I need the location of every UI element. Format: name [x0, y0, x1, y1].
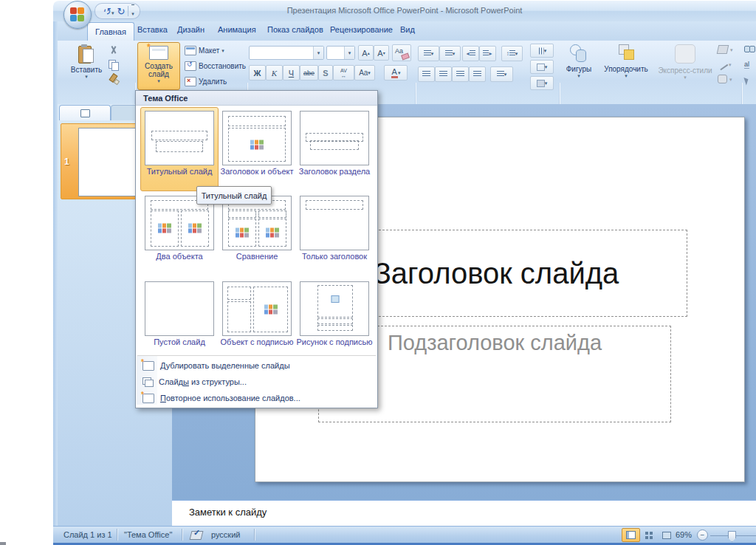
shapes-button[interactable]: Фигуры ▾ [561, 42, 597, 89]
language-indicator[interactable]: русский [211, 530, 240, 539]
office-button[interactable] [63, 1, 92, 29]
theme-name[interactable]: "Тема Office" [124, 530, 172, 539]
cut-button[interactable] [108, 45, 120, 55]
layout-option-two-content[interactable]: Два объекта [141, 193, 218, 275]
strikethrough-button[interactable]: abe [300, 65, 318, 80]
layout-thumbnail [300, 281, 369, 336]
bold-button[interactable]: Ж [249, 65, 266, 80]
character-spacing-button[interactable]: AV↔ [333, 65, 354, 80]
change-case-button[interactable]: Aa▾ [354, 65, 375, 80]
slideshow-icon [662, 532, 671, 539]
font-color-button[interactable]: А ▾ [384, 65, 408, 80]
tab-pokaz-slajdov[interactable]: Показ слайдов [267, 25, 323, 34]
tab-animaciya[interactable]: Анимация [218, 25, 256, 34]
shapes-icon [570, 44, 588, 62]
eraser-icon [401, 53, 410, 61]
notes-pane[interactable]: Заметки к слайду [172, 500, 756, 527]
font-size-combo[interactable]: ▾ [326, 46, 355, 60]
replace-button[interactable]: al [744, 61, 749, 69]
layout-option-title-only[interactable]: Только заголовок [296, 193, 373, 275]
layout-option-section-header[interactable]: Заголовок раздела [296, 108, 373, 191]
slideshow-view-button[interactable] [657, 528, 676, 542]
text-shadow-button[interactable]: S [318, 65, 333, 80]
menu-item-slides-from-outline[interactable]: Слайды из структуры... [137, 374, 377, 389]
paste-button[interactable]: Вставить ▾ [69, 43, 103, 92]
decrease-indent-icon [470, 50, 475, 57]
tab-glavnaya[interactable]: Главная [87, 22, 134, 41]
columns-button[interactable]: ▾ [490, 66, 513, 82]
justify-button[interactable] [469, 66, 486, 82]
find-button[interactable] [744, 44, 755, 53]
shape-effects-icon [718, 75, 727, 83]
select-button[interactable] [743, 76, 749, 85]
menu-item-reuse-slides[interactable]: * Повторное использование слайдов... [137, 391, 377, 405]
line-spacing-button[interactable]: ↕▾ [501, 46, 523, 61]
notes-placeholder-text: Заметки к слайду [189, 507, 267, 518]
slide-sorter-view-button[interactable] [639, 528, 658, 542]
slides-tab[interactable] [59, 105, 111, 120]
layout-option-content-with-caption[interactable]: Объект с подписью [219, 278, 295, 361]
format-painter-button[interactable] [108, 73, 120, 83]
menu-item-duplicate-slides[interactable]: * Дублировать выделенные слайды [137, 358, 377, 373]
slide-number: 1 [64, 157, 69, 167]
layout-option-picture-with-caption[interactable]: Рисунок с подписью [296, 278, 373, 361]
picture-icon [331, 295, 340, 303]
convert-smartart-button[interactable]: ▾ [530, 76, 554, 90]
content-placeholder-icon [158, 224, 171, 233]
bullets-button[interactable]: ▾ [418, 46, 439, 61]
layout-option-title-slide[interactable]: Титульный слайд [140, 107, 219, 191]
shape-effects-button[interactable]: ▾ [718, 75, 732, 83]
slide-thumbnail-selected[interactable]: 1 [61, 123, 137, 199]
title-placeholder-text: Заголовок слайда [374, 257, 619, 290]
customize-qat-button[interactable]: ▾ [131, 4, 134, 18]
increase-indent-button[interactable]: ▸ [479, 46, 496, 61]
align-left-button[interactable] [418, 66, 435, 82]
tab-vstavka[interactable]: Вставка [137, 25, 168, 34]
redo-button[interactable]: ↻ [117, 4, 125, 18]
reset-icon: ↺ [185, 61, 196, 71]
layout-option-comparison[interactable]: Сравнение [219, 193, 295, 275]
copy-button[interactable] [108, 59, 120, 69]
spellcheck-button[interactable]: ✓ [190, 529, 202, 539]
new-slide-button[interactable]: * Создать слайд ▾ [137, 42, 180, 90]
undo-button[interactable]: ↺▾ [103, 4, 114, 18]
shape-fill-button[interactable]: ▾ [718, 45, 733, 54]
layout-thumbnail [145, 281, 214, 336]
underline-button[interactable]: Ч [283, 65, 300, 80]
text-direction-button[interactable]: ▾ [530, 44, 554, 58]
delete-slide-button[interactable]: × Удалить [185, 77, 227, 86]
decrease-indent-button[interactable]: ◂ [462, 46, 479, 61]
qat-separator [128, 6, 128, 16]
tab-vid[interactable]: Вид [400, 25, 415, 34]
zoom-slider-thumb[interactable] [728, 531, 736, 542]
layout-thumbnail [300, 196, 369, 250]
quick-styles-button[interactable]: Экспресс-стили ▾ [656, 42, 715, 89]
layout-option-blank[interactable]: Пустой слайд [141, 278, 218, 361]
font-name-combo[interactable]: ▾ [249, 46, 324, 60]
clear-formatting-button[interactable]: Aa [392, 44, 411, 61]
layout-option-title-and-content[interactable]: Заголовок и объект [219, 108, 295, 191]
grow-font-button[interactable]: А▴ [358, 45, 374, 61]
content-placeholder-icon [236, 227, 249, 237]
tooltip-text: Титульный слайд [202, 191, 267, 200]
chevron-down-icon: ▾ [344, 47, 354, 59]
reset-slide-button[interactable]: ↺ Восстановить [185, 61, 246, 71]
zoom-out-button[interactable]: − [697, 529, 708, 541]
layout-thumbnail [145, 111, 214, 165]
zoom-level[interactable]: 69% [676, 530, 692, 539]
numbering-button[interactable]: ▾ [439, 46, 461, 61]
layout-button[interactable]: Макет ▾ [185, 46, 224, 55]
shape-outline-button[interactable]: ▾ [718, 60, 732, 69]
tab-dizajn[interactable]: Дизайн [177, 25, 205, 34]
drawing-group: Фигуры ▾ Упорядочить ▾ Экспресс-стили ▾ … [560, 41, 741, 103]
align-center-button[interactable] [435, 66, 452, 82]
align-right-button[interactable] [452, 66, 469, 82]
align-text-button[interactable]: ▾ [530, 60, 554, 74]
shrink-font-button[interactable]: А▾ [374, 45, 389, 61]
normal-view-button[interactable] [622, 528, 640, 542]
italic-button[interactable]: К [266, 65, 283, 80]
arrange-button[interactable]: Упорядочить ▾ [599, 42, 653, 89]
tab-recenzirovanie[interactable]: Рецензирование [330, 25, 393, 34]
chevron-down-icon: ▾ [111, 10, 114, 16]
new-slide-menu: Тема Office Титульный слайд Заголовок и … [135, 90, 378, 408]
